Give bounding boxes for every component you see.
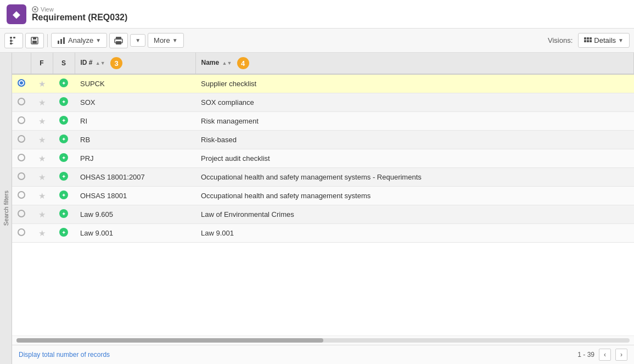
row-radio-cell[interactable] — [12, 74, 31, 93]
row-radio-cell[interactable] — [12, 224, 31, 243]
col-header-s[interactable]: S — [53, 53, 75, 74]
scrollbar-thumb[interactable] — [16, 338, 323, 343]
table-row[interactable]: ★OHSAS 18001Occupational health and safe… — [12, 187, 634, 205]
star-icon[interactable]: ★ — [38, 191, 46, 200]
row-favorite-cell[interactable]: ★ — [31, 93, 53, 112]
table-row[interactable]: ★Law 9.605Law of Environmental Crimes — [12, 205, 634, 224]
row-favorite-cell[interactable]: ★ — [31, 168, 53, 187]
status-gear-icon — [59, 116, 68, 125]
radio-button[interactable] — [18, 135, 25, 143]
row-name-cell: Risk management — [195, 112, 634, 131]
col-header-id[interactable]: ID # ▲▼ 3 — [75, 53, 195, 74]
row-favorite-cell[interactable]: ★ — [31, 205, 53, 224]
header-view-label: View — [32, 6, 127, 13]
row-radio-cell[interactable] — [12, 93, 31, 112]
analyze-button[interactable]: Analyze ▼ — [51, 33, 107, 48]
star-icon[interactable]: ★ — [38, 172, 46, 182]
status-gear-icon — [59, 228, 68, 237]
row-radio-cell[interactable] — [12, 149, 31, 168]
table-row[interactable]: ★SOXSOX compliance — [12, 93, 634, 112]
table-row[interactable]: ★RIRisk management — [12, 112, 634, 131]
main-content: Search filters F S ID # — [0, 53, 634, 364]
row-radio-cell[interactable] — [12, 205, 31, 224]
row-radio-cell[interactable] — [12, 187, 31, 205]
row-id-cell: RB — [75, 131, 195, 149]
visions-dropdown[interactable]: Details ▼ — [578, 33, 630, 48]
radio-button[interactable] — [18, 154, 25, 161]
star-icon[interactable]: ★ — [38, 210, 46, 219]
table-row[interactable]: ★OHSAS 18001:2007Occupational health and… — [12, 168, 634, 187]
row-favorite-cell[interactable]: ★ — [31, 224, 53, 243]
row-name-cell: SOX compliance — [195, 93, 634, 112]
radio-button[interactable] — [18, 116, 25, 124]
table-row[interactable]: ★RBRisk-based — [12, 131, 634, 149]
row-name-cell: Supplier checklist — [195, 74, 634, 93]
row-status-cell — [53, 131, 75, 149]
radio-button[interactable] — [18, 228, 25, 236]
table-row[interactable]: ★PRJProject audit checklist — [12, 149, 634, 168]
header-titles: View Requirement (REQ032) — [32, 6, 127, 23]
save-icon — [30, 36, 39, 45]
col-header-name[interactable]: Name ▲▼ 4 — [195, 53, 634, 74]
total-records-link[interactable]: Display total number of records — [19, 351, 110, 359]
status-gear-icon — [59, 209, 68, 218]
name-badge: 4 — [237, 57, 249, 69]
side-filter-panel[interactable]: Search filters — [0, 53, 12, 364]
star-icon[interactable]: ★ — [38, 154, 46, 163]
star-icon[interactable]: ★ — [38, 79, 46, 88]
scrollbar-container — [12, 335, 634, 345]
grid-icon — [584, 37, 592, 44]
star-icon[interactable]: ★ — [38, 228, 46, 238]
star-icon[interactable]: ★ — [38, 98, 46, 107]
table-area: F S ID # ▲▼ 3 Name ▲▼ 4 — [12, 53, 634, 364]
print-chevron: ▼ — [135, 37, 141, 43]
radio-button[interactable] — [18, 191, 25, 199]
view-icon — [32, 6, 38, 13]
next-page-button[interactable]: › — [615, 349, 627, 361]
tree-view-button[interactable] — [4, 33, 23, 48]
status-gear-icon — [59, 79, 68, 87]
status-gear-icon — [59, 153, 68, 162]
star-icon[interactable]: ★ — [38, 116, 46, 126]
table-row[interactable]: ★Law 9.001Law 9.001 — [12, 224, 634, 243]
app-header: ◆ View Requirement (REQ032) — [0, 0, 634, 29]
row-status-cell — [53, 93, 75, 112]
radio-button[interactable] — [18, 79, 25, 87]
svg-rect-14 — [63, 37, 65, 44]
status-gear-icon — [59, 135, 68, 143]
radio-button[interactable] — [18, 98, 25, 105]
row-status-cell — [53, 205, 75, 224]
save-button[interactable] — [25, 33, 44, 48]
row-status-cell — [53, 112, 75, 131]
page-title: Requirement (REQ032) — [32, 13, 127, 23]
row-radio-cell[interactable] — [12, 112, 31, 131]
row-favorite-cell[interactable]: ★ — [31, 131, 53, 149]
row-radio-cell[interactable] — [12, 131, 31, 149]
radio-button[interactable] — [18, 172, 25, 180]
row-status-cell — [53, 168, 75, 187]
prev-page-button[interactable]: ‹ — [599, 349, 611, 361]
print-dropdown-button[interactable]: ▼ — [130, 34, 145, 47]
row-status-cell — [53, 187, 75, 205]
svg-point-1 — [34, 8, 36, 10]
svg-rect-24 — [590, 40, 592, 42]
pagination-label: 1 - 39 — [577, 351, 594, 359]
svg-rect-23 — [587, 40, 589, 42]
radio-button[interactable] — [18, 210, 25, 217]
more-button[interactable]: More ▼ — [148, 33, 184, 48]
row-favorite-cell[interactable]: ★ — [31, 74, 53, 93]
print-button[interactable] — [109, 33, 128, 48]
table-footer: Display total number of records 1 - 39 ‹… — [12, 345, 634, 364]
star-icon[interactable]: ★ — [38, 135, 46, 144]
row-radio-cell[interactable] — [12, 168, 31, 187]
status-gear-icon — [59, 172, 68, 181]
row-favorite-cell[interactable]: ★ — [31, 112, 53, 131]
row-name-cell: Law of Environmental Crimes — [195, 205, 634, 224]
row-favorite-cell[interactable]: ★ — [31, 187, 53, 205]
table-row[interactable]: ★SUPCKSupplier checklist — [12, 74, 634, 93]
row-favorite-cell[interactable]: ★ — [31, 149, 53, 168]
status-gear-icon — [59, 97, 68, 106]
col-header-f[interactable]: F — [31, 53, 53, 74]
analyze-chevron: ▼ — [96, 37, 101, 43]
status-gear-icon — [59, 191, 68, 199]
